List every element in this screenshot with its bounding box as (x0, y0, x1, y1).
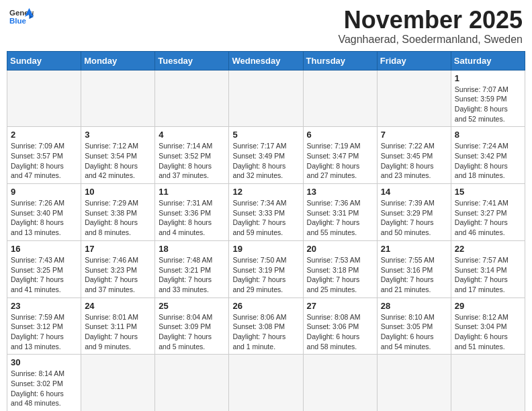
calendar-day (81, 70, 155, 127)
day-header-sunday: Sunday (7, 51, 81, 70)
calendar-day: 11Sunrise: 7:31 AM Sunset: 3:36 PM Dayli… (155, 184, 229, 241)
day-number: 12 (232, 187, 299, 197)
day-info: Sunrise: 7:09 AM Sunset: 3:57 PM Dayligh… (11, 141, 77, 181)
calendar-day: 30Sunrise: 8:14 AM Sunset: 3:02 PM Dayli… (7, 355, 81, 411)
calendar-day (229, 355, 303, 411)
calendar-day (451, 355, 525, 411)
day-info: Sunrise: 8:14 AM Sunset: 3:02 PM Dayligh… (11, 369, 77, 408)
day-info: Sunrise: 7:57 AM Sunset: 3:14 PM Dayligh… (455, 255, 521, 295)
calendar-day: 13Sunrise: 7:36 AM Sunset: 3:31 PM Dayli… (303, 184, 377, 241)
calendar-day: 4Sunrise: 7:14 AM Sunset: 3:52 PM Daylig… (155, 127, 229, 184)
day-number: 14 (381, 187, 447, 197)
day-header-thursday: Thursday (303, 51, 377, 70)
month-title: November 2025 (338, 7, 523, 34)
calendar-day: 24Sunrise: 8:01 AM Sunset: 3:11 PM Dayli… (81, 298, 155, 355)
day-number: 20 (307, 244, 373, 254)
calendar-week-6: 30Sunrise: 8:14 AM Sunset: 3:02 PM Dayli… (7, 355, 525, 411)
day-number: 21 (381, 244, 447, 254)
calendar-day (377, 70, 451, 127)
calendar-day: 8Sunrise: 7:24 AM Sunset: 3:42 PM Daylig… (451, 127, 525, 184)
day-info: Sunrise: 7:17 AM Sunset: 3:49 PM Dayligh… (232, 141, 299, 181)
day-header-saturday: Saturday (451, 51, 525, 70)
calendar-day (155, 70, 229, 127)
day-number: 19 (232, 244, 299, 254)
day-number: 18 (159, 244, 225, 254)
calendar-day: 23Sunrise: 7:59 AM Sunset: 3:12 PM Dayli… (7, 298, 81, 355)
day-info: Sunrise: 7:31 AM Sunset: 3:36 PM Dayligh… (159, 198, 225, 238)
calendar-day (303, 355, 377, 411)
calendar-day (229, 70, 303, 127)
calendar-week-2: 2Sunrise: 7:09 AM Sunset: 3:57 PM Daylig… (7, 127, 525, 184)
day-info: Sunrise: 7:43 AM Sunset: 3:25 PM Dayligh… (11, 255, 77, 295)
day-info: Sunrise: 7:14 AM Sunset: 3:52 PM Dayligh… (159, 141, 225, 181)
day-info: Sunrise: 7:39 AM Sunset: 3:29 PM Dayligh… (381, 198, 447, 238)
calendar-day: 26Sunrise: 8:06 AM Sunset: 3:08 PM Dayli… (229, 298, 303, 355)
day-info: Sunrise: 7:26 AM Sunset: 3:40 PM Dayligh… (11, 198, 77, 238)
day-header-monday: Monday (81, 51, 155, 70)
day-number: 4 (159, 130, 225, 140)
calendar-day: 18Sunrise: 7:48 AM Sunset: 3:21 PM Dayli… (155, 240, 229, 298)
day-info: Sunrise: 7:34 AM Sunset: 3:33 PM Dayligh… (232, 198, 299, 238)
day-info: Sunrise: 8:01 AM Sunset: 3:11 PM Dayligh… (85, 312, 151, 352)
calendar-week-4: 16Sunrise: 7:43 AM Sunset: 3:25 PM Dayli… (7, 240, 525, 298)
logo: General Blue (9, 7, 34, 27)
day-info: Sunrise: 8:12 AM Sunset: 3:04 PM Dayligh… (455, 312, 521, 352)
logo-icon: General Blue (9, 7, 34, 27)
calendar-day: 1Sunrise: 7:07 AM Sunset: 3:59 PM Daylig… (451, 70, 525, 127)
day-info: Sunrise: 8:08 AM Sunset: 3:06 PM Dayligh… (307, 312, 373, 352)
day-number: 1 (455, 73, 521, 83)
title-area: November 2025 Vagnhaerad, Soedermanland,… (338, 7, 523, 46)
day-number: 3 (85, 130, 151, 140)
calendar-day: 19Sunrise: 7:50 AM Sunset: 3:19 PM Dayli… (229, 240, 303, 298)
day-number: 24 (85, 301, 151, 311)
day-number: 5 (232, 130, 299, 140)
day-number: 29 (455, 301, 521, 311)
day-info: Sunrise: 7:29 AM Sunset: 3:38 PM Dayligh… (85, 198, 151, 238)
calendar-day (155, 355, 229, 411)
calendar-day: 6Sunrise: 7:19 AM Sunset: 3:47 PM Daylig… (303, 127, 377, 184)
day-info: Sunrise: 7:12 AM Sunset: 3:54 PM Dayligh… (85, 141, 151, 181)
calendar-week-5: 23Sunrise: 7:59 AM Sunset: 3:12 PM Dayli… (7, 298, 525, 355)
day-info: Sunrise: 7:53 AM Sunset: 3:18 PM Dayligh… (307, 255, 373, 295)
day-info: Sunrise: 7:50 AM Sunset: 3:19 PM Dayligh… (232, 255, 299, 295)
calendar-day: 29Sunrise: 8:12 AM Sunset: 3:04 PM Dayli… (451, 298, 525, 355)
calendar-day: 5Sunrise: 7:17 AM Sunset: 3:49 PM Daylig… (229, 127, 303, 184)
calendar-day (81, 355, 155, 411)
day-info: Sunrise: 8:06 AM Sunset: 3:08 PM Dayligh… (232, 312, 299, 352)
day-number: 28 (381, 301, 447, 311)
day-info: Sunrise: 7:48 AM Sunset: 3:21 PM Dayligh… (159, 255, 225, 295)
day-info: Sunrise: 7:41 AM Sunset: 3:27 PM Dayligh… (455, 198, 521, 238)
calendar-day: 17Sunrise: 7:46 AM Sunset: 3:23 PM Dayli… (81, 240, 155, 298)
calendar-day: 2Sunrise: 7:09 AM Sunset: 3:57 PM Daylig… (7, 127, 81, 184)
day-info: Sunrise: 7:55 AM Sunset: 3:16 PM Dayligh… (381, 255, 447, 295)
calendar-day: 21Sunrise: 7:55 AM Sunset: 3:16 PM Dayli… (377, 240, 451, 298)
day-number: 27 (307, 301, 373, 311)
calendar-day: 22Sunrise: 7:57 AM Sunset: 3:14 PM Dayli… (451, 240, 525, 298)
day-header-wednesday: Wednesday (229, 51, 303, 70)
calendar: SundayMondayTuesdayWednesdayThursdayFrid… (7, 51, 525, 411)
day-info: Sunrise: 7:07 AM Sunset: 3:59 PM Dayligh… (455, 85, 521, 124)
day-info: Sunrise: 7:59 AM Sunset: 3:12 PM Dayligh… (11, 312, 77, 352)
day-info: Sunrise: 7:22 AM Sunset: 3:45 PM Dayligh… (381, 141, 447, 181)
calendar-week-3: 9Sunrise: 7:26 AM Sunset: 3:40 PM Daylig… (7, 184, 525, 241)
calendar-week-1: 1Sunrise: 7:07 AM Sunset: 3:59 PM Daylig… (7, 70, 525, 127)
day-number: 11 (159, 187, 225, 197)
day-header-friday: Friday (377, 51, 451, 70)
day-info: Sunrise: 8:04 AM Sunset: 3:09 PM Dayligh… (159, 312, 225, 352)
calendar-header-row: SundayMondayTuesdayWednesdayThursdayFrid… (7, 51, 525, 70)
calendar-day (377, 355, 451, 411)
svg-text:Blue: Blue (9, 17, 26, 25)
day-info: Sunrise: 7:24 AM Sunset: 3:42 PM Dayligh… (455, 141, 521, 181)
day-number: 7 (381, 130, 447, 140)
day-number: 15 (455, 187, 521, 197)
location-title: Vagnhaerad, Soedermanland, Sweden (338, 34, 523, 46)
day-info: Sunrise: 8:10 AM Sunset: 3:05 PM Dayligh… (381, 312, 447, 352)
day-info: Sunrise: 7:46 AM Sunset: 3:23 PM Dayligh… (85, 255, 151, 295)
day-header-tuesday: Tuesday (155, 51, 229, 70)
day-number: 17 (85, 244, 151, 254)
calendar-day: 10Sunrise: 7:29 AM Sunset: 3:38 PM Dayli… (81, 184, 155, 241)
day-number: 30 (11, 357, 77, 367)
calendar-day: 12Sunrise: 7:34 AM Sunset: 3:33 PM Dayli… (229, 184, 303, 241)
day-number: 26 (232, 301, 299, 311)
calendar-day (303, 70, 377, 127)
